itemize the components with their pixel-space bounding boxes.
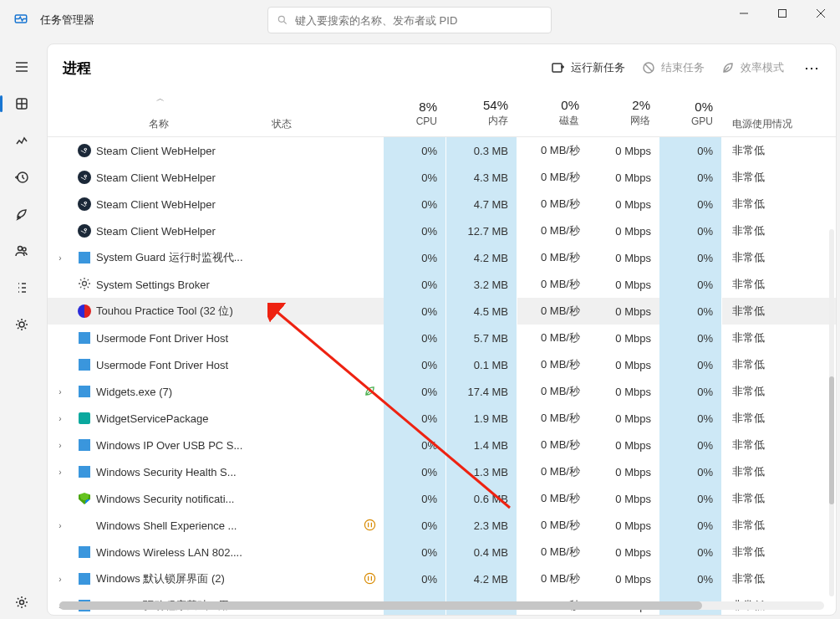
expand-toggle[interactable]: ›	[53, 468, 68, 477]
cell-disk: 0 MB/秒	[517, 378, 588, 405]
tab-performance[interactable]	[5, 124, 38, 157]
table-row[interactable]: Windows Security notificati...0%0.6 MB0 …	[48, 485, 836, 512]
table-row[interactable]: Windows Wireless LAN 802....0%0.4 MB0 MB…	[48, 539, 836, 565]
maximize-button[interactable]	[763, 0, 802, 27]
table-row[interactable]: Steam Client WebHelper0%12.7 MB0 MB/秒0 M…	[48, 217, 836, 244]
process-name: Steam Client WebHelper	[96, 145, 263, 157]
cell-mem: 17.4 MB	[446, 378, 517, 405]
minimize-button[interactable]	[725, 0, 763, 27]
process-icon	[78, 545, 91, 559]
more-button[interactable]: ⋯	[804, 59, 821, 77]
expand-toggle[interactable]: ›	[53, 414, 68, 423]
process-icon	[78, 438, 91, 452]
cell-net: 0 Mbps	[588, 164, 659, 191]
window-title: 任务管理器	[40, 13, 94, 28]
col-status[interactable]: 状态	[263, 91, 384, 136]
col-disk[interactable]: 0%磁盘	[517, 91, 588, 136]
svg-rect-39	[85, 446, 90, 451]
svg-rect-30	[79, 366, 84, 371]
col-power[interactable]: 电源使用情况	[722, 91, 836, 136]
search-box[interactable]	[267, 7, 552, 33]
expand-toggle[interactable]: ›	[53, 441, 68, 450]
col-gpu[interactable]: 0%GPU	[659, 91, 722, 136]
process-name: Touhou Practice Tool (32 位)	[96, 304, 263, 319]
tab-services[interactable]	[5, 308, 38, 341]
expand-toggle[interactable]: ›	[53, 521, 68, 530]
table-row[interactable]: System Settings Broker0%3.2 MB0 MB/秒0 Mb…	[48, 271, 836, 298]
cell-gpu: 0%	[659, 539, 722, 565]
col-net[interactable]: 2%网络	[588, 91, 659, 136]
table-row[interactable]: ›System Guard 运行时监视代...0%4.2 MB0 MB/秒0 M…	[48, 244, 836, 271]
process-icon	[78, 304, 91, 318]
table-row[interactable]: ›Windows 默认锁屏界面 (2)0%4.2 MB0 MB/秒0 Mbps0…	[48, 565, 836, 592]
tab-details[interactable]	[5, 271, 38, 304]
col-mem[interactable]: 54%内存	[446, 91, 517, 136]
process-name: Windows Shell Experience ...	[96, 519, 263, 532]
cell-power: 非常低	[722, 143, 836, 158]
title-bar: 任务管理器	[0, 0, 840, 40]
table-row[interactable]: ›Windows IP Over USB PC S...0%1.4 MB0 MB…	[48, 432, 836, 458]
cell-disk: 0 MB/秒	[517, 217, 588, 244]
table-row[interactable]: Usermode Font Driver Host0%0.1 MB0 MB/秒0…	[48, 351, 836, 378]
vertical-scrollbar[interactable]	[829, 229, 834, 596]
process-icon	[78, 465, 91, 478]
table-row[interactable]: ›Windows Security Health S...0%1.3 MB0 M…	[48, 458, 836, 485]
cell-disk: 0 MB/秒	[517, 432, 588, 458]
svg-rect-31	[85, 366, 90, 371]
cell-power: 非常低	[722, 464, 836, 479]
cell-net: 0 Mbps	[588, 512, 659, 539]
hamburger-button[interactable]	[5, 50, 38, 84]
scrollbar-thumb[interactable]	[829, 376, 834, 505]
table-body[interactable]: Steam Client WebHelper0%0.3 MB0 MB/秒0 Mb…	[48, 137, 836, 615]
table-row[interactable]: Usermode Font Driver Host0%5.7 MB0 MB/秒0…	[48, 325, 836, 351]
scrollbar-thumb[interactable]	[59, 601, 702, 610]
svg-rect-45	[79, 546, 84, 551]
table-row[interactable]: Steam Client WebHelper0%4.7 MB0 MB/秒0 Mb…	[48, 191, 836, 217]
end-task-button[interactable]: 结束任务	[642, 60, 705, 75]
cell-power: 非常低	[722, 571, 836, 586]
app-icon	[13, 13, 28, 28]
table-row[interactable]: ›WidgetServicePackage0%1.9 MB0 MB/秒0 Mbp…	[48, 405, 836, 432]
svg-rect-42	[79, 473, 84, 478]
col-cpu[interactable]: 8%CPU	[384, 91, 446, 136]
efficiency-button[interactable]: 效率模式	[721, 60, 784, 75]
expand-toggle[interactable]: ›	[53, 253, 68, 263]
expand-toggle[interactable]: ›	[53, 575, 68, 584]
table-row[interactable]: ›Windows Shell Experience ...0%2.3 MB0 M…	[48, 512, 836, 539]
expand-toggle[interactable]: ›	[53, 387, 68, 396]
run-new-task-button[interactable]: 运行新任务	[552, 60, 625, 75]
tab-users[interactable]	[5, 234, 38, 268]
svg-point-44	[364, 519, 374, 529]
run-new-label: 运行新任务	[571, 60, 625, 75]
cell-name: ›Widgets.exe (7)	[48, 385, 263, 398]
process-icon	[78, 224, 91, 238]
cell-mem: 0.6 MB	[446, 485, 517, 512]
cell-power: 非常低	[722, 197, 836, 212]
cell-name: ›Windows Security Health S...	[48, 465, 263, 478]
cell-cpu: 0%	[384, 325, 446, 351]
cell-cpu: 0%	[384, 485, 446, 512]
process-icon	[78, 251, 91, 264]
tab-processes[interactable]	[5, 87, 38, 120]
process-name: Windows Security Health S...	[96, 466, 263, 478]
col-name[interactable]: ︿ 名称	[48, 91, 263, 136]
process-name: Windows Security notificati...	[96, 493, 263, 505]
cell-net: 0 Mbps	[588, 485, 659, 512]
close-button[interactable]	[802, 0, 840, 27]
table-row[interactable]: ›Widgets.exe (7)0%17.4 MB0 MB/秒0 Mbps0%非…	[48, 378, 836, 405]
cell-net: 0 Mbps	[588, 191, 659, 217]
tab-history[interactable]	[5, 161, 38, 194]
table-row[interactable]: Steam Client WebHelper0%4.3 MB0 MB/秒0 Mb…	[48, 164, 836, 191]
sort-arrow-icon: ︿	[156, 93, 165, 105]
cell-disk: 0 MB/秒	[517, 458, 588, 485]
horizontal-scrollbar[interactable]	[59, 601, 824, 610]
cell-power: 非常低	[722, 277, 836, 292]
cell-disk: 0 MB/秒	[517, 191, 588, 217]
cell-name: ›Windows IP Over USB PC S...	[48, 438, 263, 452]
table-row[interactable]: Steam Client WebHelper0%0.3 MB0 MB/秒0 Mb…	[48, 137, 836, 164]
process-icon	[78, 278, 91, 291]
table-row[interactable]: Touhou Practice Tool (32 位)0%4.5 MB0 MB/…	[48, 298, 836, 325]
settings-button[interactable]	[5, 586, 38, 619]
search-input[interactable]	[295, 14, 542, 27]
tab-startup[interactable]	[5, 197, 38, 231]
